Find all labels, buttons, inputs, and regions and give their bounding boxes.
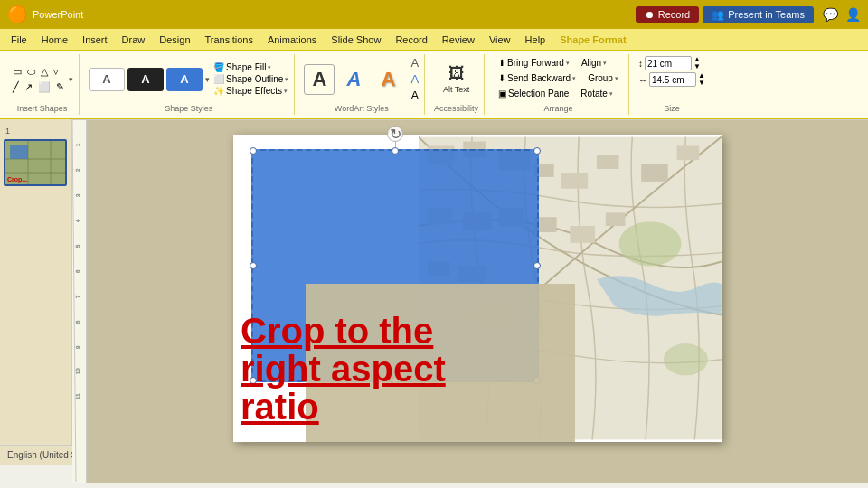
- send-backward-dropdown[interactable]: ▾: [572, 75, 576, 82]
- svg-rect-62: [641, 164, 668, 182]
- shape-outline-dropdown[interactable]: ▾: [285, 76, 288, 83]
- shape-arrow[interactable]: ↗: [23, 80, 34, 94]
- ribbon: ▭ ⬭ △ ▿ ╱ ↗ ⬜ ✎ ▾ Insert Shapes: [0, 51, 868, 119]
- send-backward-btn[interactable]: ⬇ Send Backward ▾: [494, 71, 580, 85]
- align-btn[interactable]: Align ▾: [577, 56, 611, 70]
- align-dropdown[interactable]: ▾: [603, 60, 607, 67]
- wordart-blue[interactable]: A: [338, 64, 369, 95]
- ruler-v-svg: 1 2 3 4 5 6 7 8 9 10 11: [72, 120, 87, 482]
- menu-help[interactable]: Help: [518, 33, 553, 47]
- menu-view[interactable]: View: [482, 33, 518, 47]
- menu-draw[interactable]: Draw: [115, 33, 153, 47]
- alt-text-btn[interactable]: 🖼 Alt Text: [439, 61, 474, 97]
- slide-thumb-content: Crop...: [5, 141, 65, 184]
- accessibility-group: 🖼 Alt Text Accessibility: [429, 54, 485, 115]
- teams-icon: 👥: [712, 9, 724, 21]
- shape-styles-expand[interactable]: ▾: [205, 75, 210, 84]
- bring-forward-dropdown[interactable]: ▾: [566, 60, 570, 67]
- handle-mid-left[interactable]: [250, 262, 257, 269]
- share-icon[interactable]: 👤: [845, 7, 861, 22]
- height-icon: ↕: [638, 59, 643, 69]
- selection-pane-icon: ▣: [498, 89, 506, 99]
- menu-home[interactable]: Home: [34, 33, 75, 47]
- svg-text:11: 11: [75, 393, 80, 399]
- menu-insert[interactable]: Insert: [75, 33, 115, 47]
- handle-mid-right[interactable]: [533, 262, 541, 269]
- menu-slideshow[interactable]: Slide Show: [324, 33, 388, 47]
- shape-more[interactable]: ▿: [52, 65, 61, 79]
- svg-rect-60: [571, 226, 596, 243]
- ribbon-content: ▭ ⬭ △ ▿ ╱ ↗ ⬜ ✎ ▾ Insert Shapes: [0, 51, 868, 118]
- shape-freeform[interactable]: ✎: [54, 80, 66, 94]
- rotate-handle[interactable]: ↻: [387, 126, 403, 142]
- rotate-dropdown[interactable]: ▾: [609, 90, 613, 98]
- record-button[interactable]: ⏺ Record: [636, 6, 699, 23]
- wordart-plain[interactable]: A: [304, 64, 335, 95]
- shape-line[interactable]: ╱: [11, 80, 21, 94]
- canvas-region: 12 34 56 78 910 1112 1314 1516 1718 1920…: [72, 119, 868, 445]
- shape-styles-label: Shape Styles: [165, 102, 212, 113]
- slide-text: Crop to the right aspect ratio: [241, 312, 507, 426]
- width-input[interactable]: [649, 72, 696, 87]
- shape-effects-icon: ✨: [213, 86, 224, 96]
- slide-thumbnail-1[interactable]: Crop...: [4, 139, 67, 186]
- shape-outline-btn[interactable]: ⬜ Shape Outline ▾: [213, 74, 288, 84]
- menu-animations[interactable]: Animations: [260, 33, 324, 47]
- present-teams-button[interactable]: 👥 Present in Teams: [703, 6, 814, 23]
- shape-textbox[interactable]: ⬜: [36, 80, 52, 94]
- shape-outline-icon: ⬜: [213, 74, 224, 84]
- rotate-btn[interactable]: Rotate ▾: [576, 87, 617, 100]
- shape-style-1[interactable]: A: [89, 68, 125, 91]
- app-icon: 🟠: [7, 5, 27, 24]
- menu-bar: File Home Insert Draw Design Transitions…: [0, 29, 868, 51]
- main-area: 1 Crop...: [0, 119, 868, 445]
- svg-rect-5: [10, 145, 28, 159]
- menu-review[interactable]: Review: [435, 33, 482, 47]
- bring-forward-btn[interactable]: ⬆ Bring Forward ▾: [494, 56, 574, 70]
- menu-design[interactable]: Design: [152, 33, 197, 47]
- text-effects-icon[interactable]: A: [410, 89, 419, 102]
- arrange-row-1: ⬆ Bring Forward ▾ Align ▾: [494, 56, 623, 70]
- menu-transitions[interactable]: Transitions: [198, 33, 260, 47]
- text-outline-icon[interactable]: A: [410, 72, 419, 86]
- slide-canvas[interactable]: ↻: [233, 135, 722, 442]
- svg-rect-58: [597, 155, 619, 169]
- bring-forward-icon: ⬆: [498, 58, 505, 68]
- group-dropdown[interactable]: ▾: [615, 75, 618, 82]
- text-fill-icon[interactable]: A: [410, 56, 419, 70]
- svg-rect-34: [72, 120, 87, 482]
- shape-style-3[interactable]: A: [166, 68, 203, 91]
- shape-fill-icon: 🪣: [213, 62, 224, 72]
- handle-top-left[interactable]: [250, 147, 257, 155]
- shape-rect[interactable]: ▭: [11, 65, 24, 79]
- menu-record[interactable]: Record: [388, 33, 434, 47]
- height-down[interactable]: ▼: [693, 63, 701, 70]
- shape-fill-dropdown[interactable]: ▾: [268, 64, 271, 71]
- selection-pane-btn[interactable]: ▣ Selection Pane: [494, 87, 573, 100]
- accessibility-label: Accessibility: [434, 102, 478, 113]
- shape-effects-dropdown[interactable]: ▾: [284, 88, 288, 95]
- menu-file[interactable]: File: [4, 33, 34, 47]
- width-row: ↔ ▲ ▼: [638, 72, 705, 87]
- shape-triangle[interactable]: △: [39, 65, 50, 79]
- group-btn[interactable]: Group ▾: [583, 71, 623, 85]
- handle-top-center[interactable]: [392, 147, 399, 155]
- menu-shapeformat[interactable]: Shape Format: [552, 33, 633, 47]
- arrange-group: ⬆ Bring Forward ▾ Align ▾ ⬇ Send Backwar…: [488, 54, 629, 115]
- shape-effects-btn[interactable]: ✨ Shape Effects ▾: [213, 86, 288, 96]
- width-icon: ↔: [638, 75, 647, 85]
- svg-rect-61: [606, 212, 626, 226]
- comment-icon[interactable]: 💬: [823, 7, 838, 22]
- wordart-orange[interactable]: A: [373, 64, 403, 95]
- shape-oval[interactable]: ⬭: [25, 65, 37, 79]
- width-down[interactable]: ▼: [698, 80, 705, 87]
- height-input[interactable]: [645, 56, 692, 70]
- arrange-label: Arrange: [543, 102, 572, 113]
- arrange-items: ⬆ Bring Forward ▾ Align ▾ ⬇ Send Backwar…: [494, 56, 623, 100]
- shape-fill-btn[interactable]: 🪣 Shape Fill ▾: [213, 62, 288, 72]
- height-row: ↕ ▲ ▼: [638, 56, 705, 70]
- insert-shapes-expand[interactable]: ▾: [69, 75, 73, 84]
- shape-style-2[interactable]: A: [127, 68, 164, 91]
- shape-styles-items: A A A ▾ 🪣 Shape Fill ▾ ⬜ Shape Outline ▾: [89, 56, 288, 102]
- handle-top-right[interactable]: [533, 147, 541, 155]
